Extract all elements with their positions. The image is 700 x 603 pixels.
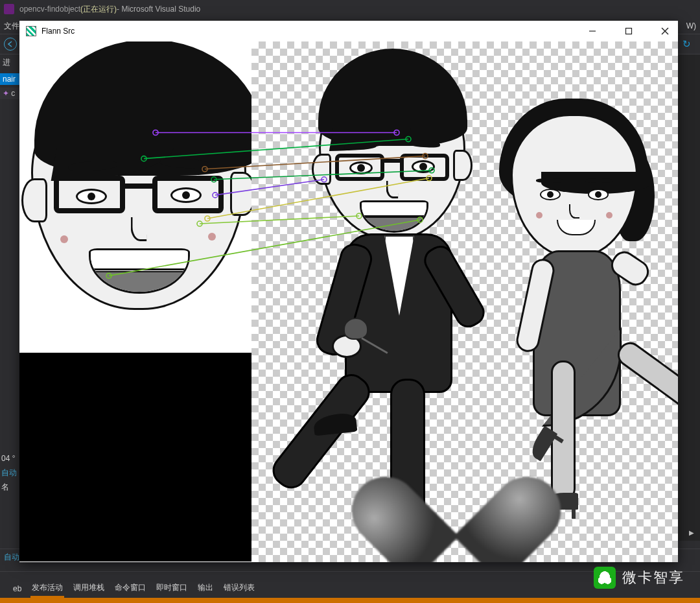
name-col-label: 名 <box>1 482 9 493</box>
dst-woman-head <box>511 114 638 258</box>
dst-woman-eye-left <box>540 189 561 200</box>
scroll-right-icon[interactable]: ▶ <box>686 526 697 538</box>
vs-running-label: (正在运行) <box>80 4 117 15</box>
vs-root: opencv-findobject (正在运行) - Microsoft Vis… <box>0 0 700 603</box>
btab-publish[interactable]: 发布活动 <box>30 580 64 598</box>
dst-rose <box>342 314 375 346</box>
dst-man-eye-right <box>412 160 435 173</box>
btab-callstack[interactable]: 调用堆栈 <box>72 580 106 598</box>
minimize-icon[interactable] <box>586 25 599 38</box>
btab-web[interactable]: eb <box>12 582 23 598</box>
dst-woman-eye-right <box>588 189 609 200</box>
dst-man-hair <box>318 49 467 146</box>
vs-status-strip <box>0 598 700 603</box>
dst-woman-mouth <box>557 220 596 235</box>
watermark-text: 微卡智享 <box>622 568 684 587</box>
rose-head-icon <box>344 318 368 340</box>
destination-image-panel <box>251 41 678 562</box>
vs-logo-icon <box>4 4 14 14</box>
dst-man-mouth <box>360 200 428 233</box>
dst-man-ear-left <box>312 154 331 185</box>
src-eye-right <box>170 187 202 203</box>
btab-errors[interactable]: 错误列表 <box>222 580 256 598</box>
dst-woman-leg-left <box>551 361 576 501</box>
redo-icon[interactable]: ↻ <box>682 38 691 50</box>
dst-woman-blush-left <box>536 212 542 219</box>
source-face <box>19 41 251 353</box>
close-icon[interactable] <box>659 25 671 38</box>
vs-right-panel: ▶ <box>676 54 700 541</box>
dst-man-bridge <box>383 159 402 163</box>
source-padding <box>19 353 251 562</box>
source-image-panel <box>19 41 251 353</box>
dst-woman-nose <box>569 204 579 219</box>
src-blush-left <box>60 235 68 243</box>
dst-woman-brow-right <box>585 178 612 183</box>
vs-project-name: opencv-findobject <box>19 5 80 14</box>
dst-man-ear-right <box>453 150 472 181</box>
cpp-file-icon: ✦ <box>3 89 9 98</box>
dst-woman-brow-left <box>536 178 563 183</box>
src-ear-left <box>21 178 47 222</box>
window-buttons <box>586 25 671 38</box>
maximize-icon[interactable] <box>622 25 635 38</box>
btab-command[interactable]: 命令窗口 <box>113 580 147 598</box>
vs-titlebar: opencv-findobject (正在运行) - Microsoft Vis… <box>0 0 700 18</box>
image-window-titlebar[interactable]: Flann Src <box>19 21 678 41</box>
left-tab-c-label: c <box>11 89 15 98</box>
dst-man-eye-left <box>349 161 373 174</box>
wechat-icon <box>594 567 616 589</box>
auto-label-2: 自动 <box>4 552 19 562</box>
dst-woman-blush-right <box>606 212 612 219</box>
nav-back-icon[interactable] <box>4 38 17 51</box>
src-glasses-bridge <box>124 183 154 189</box>
menu-window-hint: W) <box>686 21 696 30</box>
heart-icon <box>391 432 521 536</box>
image-window-body <box>19 41 678 562</box>
src-mouth <box>89 248 190 294</box>
src-head <box>31 73 246 310</box>
image-window: Flann Src <box>19 21 678 562</box>
vs-app-label: - Microsoft Visual Studio <box>117 5 200 14</box>
menu-file[interactable]: 文件 <box>4 21 19 32</box>
status-04: 04 ° <box>1 454 16 463</box>
dst-man-head <box>319 80 465 240</box>
btab-output[interactable]: 输出 <box>196 580 215 598</box>
src-blush-right <box>208 233 216 241</box>
src-nose <box>131 217 147 241</box>
dst-man-nose <box>386 181 399 198</box>
dst-woman-leg-right <box>613 338 678 429</box>
svg-rect-1 <box>626 29 632 34</box>
src-eye-left <box>76 189 107 204</box>
btab-immediate[interactable]: 即时窗口 <box>155 580 189 598</box>
watermark: 微卡智享 <box>594 567 684 589</box>
image-window-title: Flann Src <box>41 27 75 36</box>
src-hair <box>34 41 264 176</box>
image-window-app-icon <box>26 26 36 36</box>
auto-label: 自动 <box>1 467 17 479</box>
